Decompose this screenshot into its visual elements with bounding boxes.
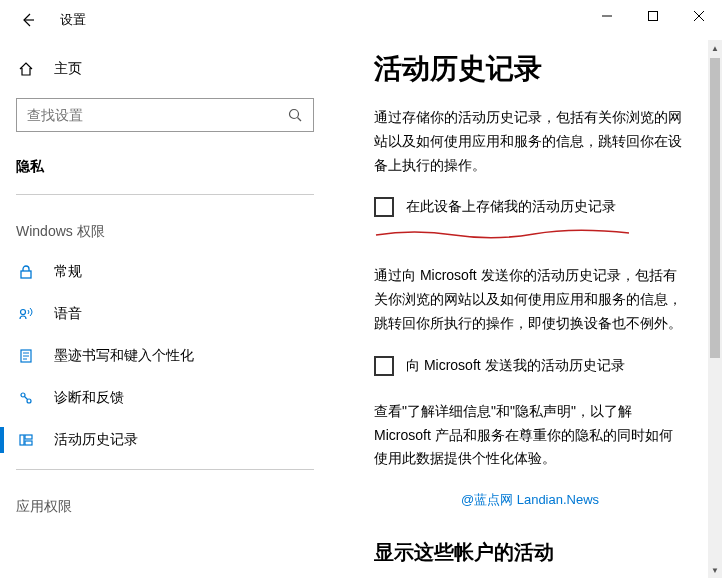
back-button[interactable]	[8, 0, 48, 40]
nav-label: 诊断和反馈	[54, 389, 124, 407]
nav-label: 语音	[54, 305, 82, 323]
close-icon	[694, 11, 704, 21]
speech-icon	[16, 306, 36, 322]
history-icon	[16, 432, 36, 448]
nav-label: 活动历史记录	[54, 431, 138, 449]
subsection-windows-permissions: Windows 权限	[0, 203, 330, 251]
svg-point-5	[21, 393, 25, 397]
home-icon	[16, 61, 36, 77]
lock-icon	[16, 264, 36, 280]
feedback-icon	[16, 390, 36, 406]
section-privacy-label: 隐私	[0, 150, 330, 186]
checkbox-send-to-microsoft-label: 向 Microsoft 发送我的活动历史记录	[406, 357, 625, 375]
svg-point-1	[290, 110, 299, 119]
svg-rect-7	[20, 435, 24, 445]
search-input[interactable]	[27, 107, 287, 123]
content-area: 活动历史记录 通过存储你的活动历史记录，包括有关你浏览的网站以及如何使用应用和服…	[330, 40, 722, 578]
scroll-up-icon[interactable]: ▲	[708, 40, 722, 56]
nav-item-activity-history[interactable]: 活动历史记录	[0, 419, 330, 461]
checkbox-store-on-device-row: 在此设备上存储我的活动历史记录	[374, 197, 686, 217]
search-box[interactable]	[16, 98, 314, 132]
checkbox-send-to-microsoft[interactable]	[374, 356, 394, 376]
nav-item-inking[interactable]: 墨迹书写和键入个性化	[0, 335, 330, 377]
svg-rect-9	[25, 441, 32, 445]
search-icon	[287, 108, 303, 122]
svg-point-3	[21, 310, 26, 315]
nav-item-diagnostics[interactable]: 诊断和反馈	[0, 377, 330, 419]
nav-label: 常规	[54, 263, 82, 281]
page-heading: 活动历史记录	[374, 50, 686, 88]
divider	[16, 469, 314, 470]
watermark-text: @蓝点网 Landian.News	[374, 491, 686, 509]
subsection-app-permissions: 应用权限	[0, 478, 330, 526]
svg-point-6	[27, 399, 31, 403]
arrow-left-icon	[20, 12, 36, 28]
titlebar: 设置	[0, 0, 722, 40]
scroll-down-icon[interactable]: ▼	[708, 562, 722, 578]
minimize-button[interactable]	[584, 0, 630, 32]
description-2: 通过向 Microsoft 发送你的活动历史记录，包括有关你浏览的网站以及如何使…	[374, 264, 686, 335]
close-button[interactable]	[676, 0, 722, 32]
checkbox-send-to-microsoft-row: 向 Microsoft 发送我的活动历史记录	[374, 356, 686, 376]
nav-item-speech[interactable]: 语音	[0, 293, 330, 335]
svg-rect-2	[21, 271, 31, 278]
home-label: 主页	[54, 60, 82, 78]
annotation-underline	[374, 227, 686, 244]
maximize-button[interactable]	[630, 0, 676, 32]
window-title: 设置	[60, 11, 86, 29]
sidebar: 主页 隐私 Windows 权限 常规 语音	[0, 40, 330, 578]
divider	[16, 194, 314, 195]
description-3: 查看"了解详细信息"和"隐私声明"，以了解 Microsoft 产品和服务在尊重…	[374, 400, 686, 471]
window-controls	[584, 0, 722, 32]
nav-item-general[interactable]: 常规	[0, 251, 330, 293]
checkbox-store-on-device[interactable]	[374, 197, 394, 217]
description-1: 通过存储你的活动历史记录，包括有关你浏览的网站以及如何使用应用和服务的信息，跳转…	[374, 106, 686, 177]
checkbox-store-on-device-label: 在此设备上存储我的活动历史记录	[406, 198, 616, 216]
sub-heading: 显示这些帐户的活动	[374, 539, 686, 566]
svg-rect-8	[25, 435, 32, 439]
svg-rect-0	[649, 12, 658, 21]
minimize-icon	[602, 11, 612, 21]
home-link[interactable]: 主页	[0, 50, 330, 88]
nav-label: 墨迹书写和键入个性化	[54, 347, 194, 365]
scrollbar-thumb[interactable]	[710, 58, 720, 358]
maximize-icon	[648, 11, 658, 21]
scrollbar-vertical[interactable]: ▲ ▼	[708, 40, 722, 578]
clipboard-icon	[16, 348, 36, 364]
